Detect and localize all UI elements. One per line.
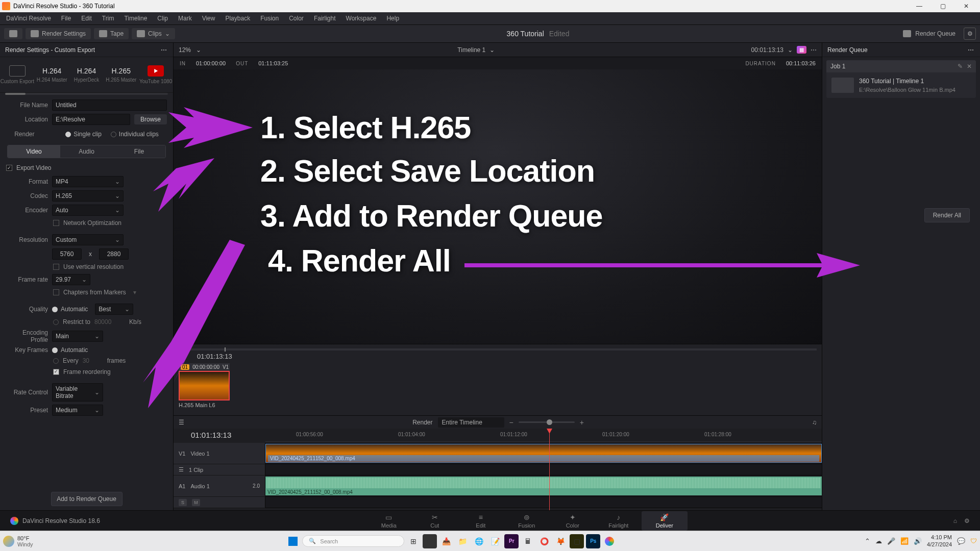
mute-button[interactable]: M bbox=[192, 499, 200, 506]
render-all-button[interactable]: Render All bbox=[924, 208, 970, 222]
start-button[interactable] bbox=[286, 534, 300, 548]
render-range-select[interactable]: Entire Timeline bbox=[438, 417, 504, 428]
zoom-in-button[interactable]: + bbox=[580, 418, 584, 427]
framerate-select[interactable]: 29.97 bbox=[52, 274, 90, 285]
preset-select[interactable]: Medium bbox=[52, 405, 103, 416]
quality-preset-select[interactable]: Best bbox=[95, 304, 133, 315]
taskbar-clock[interactable]: 4:10 PM4/27/2024 bbox=[927, 534, 952, 547]
playhead[interactable] bbox=[549, 429, 550, 510]
audio-meter-icon[interactable]: ♫ bbox=[812, 419, 817, 426]
video-viewer[interactable] bbox=[174, 69, 822, 344]
chapters-checkbox[interactable] bbox=[53, 289, 59, 295]
chevron-down-icon[interactable]: ⌄ bbox=[196, 46, 201, 54]
in-timecode[interactable]: 01:00:00:00 bbox=[196, 60, 226, 66]
page-deliver[interactable]: 🚀Deliver bbox=[642, 511, 688, 531]
maximize-button[interactable]: ▢ bbox=[931, 0, 954, 12]
home-icon[interactable]: ⌂ bbox=[953, 517, 957, 524]
timeline-name[interactable]: Timeline 1 bbox=[457, 46, 485, 54]
export-video-checkbox[interactable] bbox=[6, 165, 12, 171]
preset-hyperdeck[interactable]: H.264HyperDeck bbox=[69, 67, 104, 83]
tab-file[interactable]: File bbox=[113, 145, 165, 158]
render-queue-toggle[interactable]: Render Queue bbox=[898, 28, 961, 39]
page-edit[interactable]: ≡Edit bbox=[458, 511, 504, 531]
page-fusion[interactable]: ⊚Fusion bbox=[504, 511, 550, 531]
rate-control-select[interactable]: Variable Bitrate bbox=[52, 383, 103, 402]
premiere-icon[interactable]: Pr bbox=[504, 534, 519, 548]
tab-video[interactable]: Video bbox=[8, 145, 60, 158]
encoding-profile-select[interactable]: Main bbox=[52, 331, 103, 342]
photoshop-icon[interactable]: Ps bbox=[586, 534, 600, 548]
frame-reorder-checkbox[interactable] bbox=[53, 369, 59, 375]
notepad-icon[interactable]: 📝 bbox=[488, 534, 502, 548]
location-input[interactable]: E:\Resolve bbox=[52, 114, 130, 125]
preset-youtube[interactable]: YouTube 1080 bbox=[138, 65, 173, 84]
res-height-input[interactable]: 2880 bbox=[99, 248, 129, 260]
menu-item[interactable]: View bbox=[197, 15, 220, 22]
edge-icon[interactable]: 🌐 bbox=[472, 534, 486, 548]
security-icon[interactable]: 🛡 bbox=[970, 537, 977, 545]
track-list-icon[interactable]: ☰ bbox=[179, 466, 184, 473]
timeline[interactable]: 01:01:13:13 01:00:56:00 01:01:04:00 01:0… bbox=[174, 429, 822, 510]
menu-item[interactable]: Edit bbox=[76, 15, 97, 22]
tape-button[interactable]: Tape bbox=[94, 28, 129, 39]
clips-button[interactable]: Clips⌄ bbox=[132, 28, 175, 39]
add-to-render-queue-button[interactable]: Add to Render Queue bbox=[51, 492, 122, 506]
taskbar-app-icon[interactable]: ▢ bbox=[570, 534, 584, 548]
quality-auto-radio[interactable]: Automatic bbox=[52, 306, 88, 313]
preset-custom-export[interactable]: Custom Export bbox=[0, 65, 35, 84]
project-settings-icon[interactable]: ⚙ bbox=[964, 517, 970, 524]
restrict-kbps-input[interactable]: 80000 bbox=[94, 318, 125, 325]
viewer-badge[interactable]: ▦ bbox=[797, 46, 806, 54]
opera-icon[interactable]: ⭕ bbox=[537, 534, 551, 548]
resolution-select[interactable]: Custom bbox=[52, 234, 124, 245]
audio-track-header[interactable]: A1Audio 12.0 bbox=[174, 475, 265, 497]
edit-job-icon[interactable]: ✎ bbox=[958, 63, 963, 70]
codec-select[interactable]: H.265 bbox=[52, 190, 124, 202]
minimize-button[interactable]: — bbox=[908, 0, 931, 12]
panel-menu-button[interactable]: ⋯ bbox=[161, 46, 168, 54]
single-clip-radio[interactable]: Single clip bbox=[65, 131, 102, 138]
firefox-icon[interactable]: 🦊 bbox=[553, 534, 568, 548]
taskbar-app-icon[interactable]: ▭ bbox=[423, 534, 437, 548]
preset-h264-master[interactable]: H.264H.264 Master bbox=[35, 67, 69, 83]
menu-item[interactable]: DaVinci Resolve bbox=[1, 15, 56, 22]
zoom-slider[interactable] bbox=[519, 421, 575, 423]
keyframes-auto-radio[interactable]: Automatic bbox=[52, 346, 88, 354]
preset-scrollbar[interactable] bbox=[5, 93, 168, 95]
menu-item[interactable]: Fairlight bbox=[309, 15, 341, 22]
format-select[interactable]: MP4 bbox=[52, 176, 124, 187]
page-media[interactable]: ▭Media bbox=[366, 511, 412, 531]
mic-icon[interactable]: 🎤 bbox=[887, 537, 895, 545]
taskbar-app-icon[interactable]: 📥 bbox=[439, 534, 453, 548]
menu-item[interactable]: Trim bbox=[97, 15, 119, 22]
keyframes-every-radio[interactable] bbox=[53, 358, 59, 364]
encoder-select[interactable]: Auto bbox=[52, 205, 124, 216]
wifi-icon[interactable]: 📶 bbox=[900, 537, 909, 545]
restrict-radio[interactable] bbox=[53, 319, 59, 325]
audio-clip[interactable]: VID_20240425_211152_00_008.mp4 bbox=[265, 477, 822, 495]
render-settings-button[interactable]: Render Settings bbox=[26, 28, 91, 39]
viewer-menu-button[interactable]: ⋯ bbox=[811, 46, 817, 54]
clip-thumbnail[interactable]: 0100:00:00:00V1 H.265 Main L6 bbox=[179, 363, 230, 410]
queue-menu-button[interactable]: ⋯ bbox=[968, 46, 975, 54]
render-job-card[interactable]: Job 1✎✕ 360 Tutorial | Timeline 1E:\Reso… bbox=[826, 60, 976, 98]
taskview-icon[interactable]: ⊞ bbox=[406, 534, 421, 548]
chapters-dropdown-icon[interactable]: ▾ bbox=[133, 289, 136, 296]
chevron-down-icon[interactable]: ⌄ bbox=[489, 46, 495, 54]
master-timecode[interactable]: 00:01:13:13 bbox=[751, 46, 783, 54]
network-opt-checkbox[interactable] bbox=[53, 220, 59, 226]
solo-button[interactable]: S bbox=[179, 499, 187, 506]
zoom-value[interactable]: 12% bbox=[179, 46, 191, 54]
video-track-header[interactable]: V1Video 1 bbox=[174, 443, 265, 464]
page-fairlight[interactable]: ♪Fairlight bbox=[596, 511, 642, 531]
tray-scrubber[interactable] bbox=[225, 347, 226, 352]
workspace-options-button[interactable]: ⚙ bbox=[964, 28, 976, 40]
timeline-ruler[interactable]: 01:00:56:00 01:01:04:00 01:01:12:00 01:0… bbox=[265, 432, 822, 442]
menu-item[interactable]: Help bbox=[381, 15, 404, 22]
tray-chevron-icon[interactable]: ⌃ bbox=[865, 537, 870, 545]
preset-h265-master[interactable]: H.265H.265 Master bbox=[104, 67, 138, 83]
file-explorer-icon[interactable]: 📁 bbox=[455, 534, 470, 548]
notifications-icon[interactable]: 💬 bbox=[957, 537, 965, 545]
menu-item[interactable]: Timeline bbox=[119, 15, 152, 22]
calculator-icon[interactable]: 🖩 bbox=[521, 534, 535, 548]
